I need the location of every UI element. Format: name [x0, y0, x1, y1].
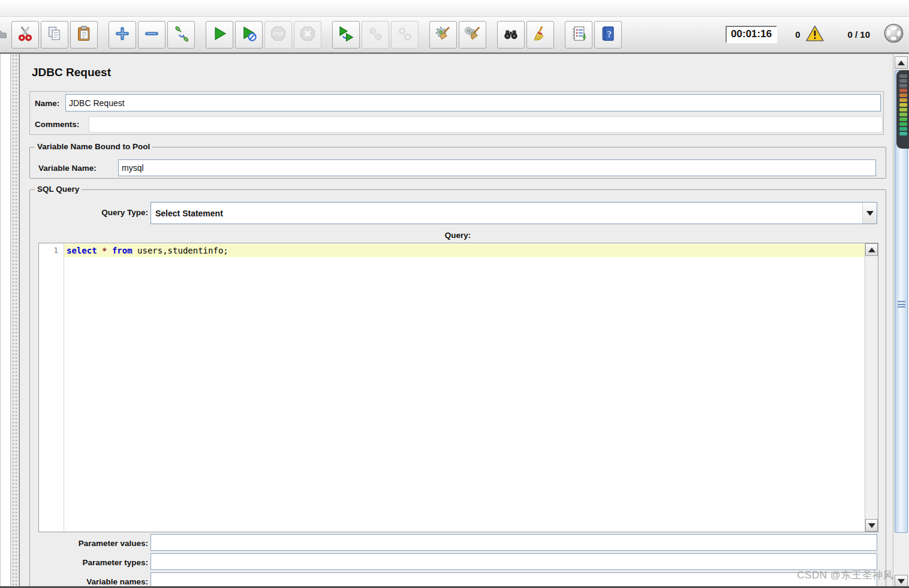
sql-editor[interactable]: 1 select * from users,studentinfo;	[38, 243, 878, 532]
code-line-1[interactable]: select * from users,studentinfo;	[64, 244, 865, 257]
editor-scroll-down-button[interactable]	[865, 519, 878, 532]
triangle-up-icon	[898, 61, 905, 65]
start-button[interactable]	[206, 21, 233, 49]
stop-icon: STOP	[269, 25, 287, 44]
clear-search-icon	[531, 25, 549, 44]
clear-all-button[interactable]	[459, 21, 486, 49]
scrollbar-grip-icon	[898, 301, 905, 307]
editor-vertical-scrollbar[interactable]	[865, 243, 878, 532]
parameter-types-input[interactable]	[151, 553, 877, 570]
variable-names-label: Variable names:	[54, 577, 148, 586]
triangle-up-icon	[868, 248, 875, 252]
add-button[interactable]	[109, 21, 136, 49]
query-type-label: Query Type:	[66, 208, 148, 217]
tree-panel-edge	[0, 54, 11, 588]
sql-query-group: SQL Query Query Type: Select Statement Q…	[29, 189, 886, 588]
toggle-icon	[172, 25, 190, 44]
warning-indicator[interactable]	[805, 25, 824, 45]
jdbc-request-panel: JDBC Request Name: Comments: Variable Na…	[19, 54, 893, 588]
toolbar-status-cluster: 00:01:16 0 0 / 10	[726, 23, 904, 46]
remote-stop-all-button	[362, 21, 389, 49]
function-helper-button[interactable]	[565, 21, 592, 49]
name-label: Name:	[35, 99, 59, 108]
copy-icon	[46, 25, 64, 44]
name-comments-box: Name: Comments:	[29, 91, 884, 135]
remote-shutdown-all-button	[391, 21, 419, 49]
warning-count: 0	[795, 29, 800, 40]
remote-start-all-button[interactable]	[332, 21, 360, 49]
comments-input[interactable]	[89, 116, 883, 132]
toolbar: STOP	[0, 17, 909, 53]
variable-name-label: Variable Name:	[38, 164, 97, 173]
query-type-combo[interactable]: Select Statement	[151, 202, 877, 224]
triangle-down-icon	[898, 579, 905, 584]
elapsed-timer: 00:01:16	[726, 26, 777, 43]
stop-button: STOP	[264, 21, 292, 49]
scroll-minimap-overlay	[896, 70, 909, 149]
svg-text:?: ?	[607, 29, 612, 39]
elapsed-timer-value: 00:01:16	[731, 28, 772, 40]
template-partial-icon[interactable]	[0, 21, 10, 49]
paste-icon	[75, 25, 93, 44]
query-type-value: Select Statement	[151, 209, 862, 218]
clear-icon	[434, 25, 452, 44]
remote-start-all-icon	[337, 25, 355, 44]
watermark: CSDN @东王圣神风	[785, 568, 893, 582]
chevron-down-icon	[866, 211, 874, 216]
svg-text:STOP: STOP	[273, 32, 284, 36]
warning-icon	[805, 25, 824, 45]
line-number: 1	[53, 246, 58, 255]
editor-line-number-gutter: 1	[39, 243, 64, 532]
editor-scroll-up-button[interactable]	[865, 243, 878, 256]
code-line-content: select * from users,studentinfo;	[67, 246, 228, 255]
content-area: JDBC Request Name: Comments: Variable Na…	[0, 53, 909, 588]
connection-icon	[883, 23, 904, 46]
variable-name-input[interactable]	[118, 159, 876, 176]
toggle-button[interactable]	[167, 21, 195, 49]
main-scroll-up-button[interactable]	[895, 56, 908, 69]
search-button[interactable]	[497, 21, 525, 49]
clear-button[interactable]	[429, 21, 457, 49]
page-title: JDBC Request	[32, 66, 111, 79]
sql-query-group-legend: SQL Query	[35, 185, 82, 194]
clear-all-icon	[463, 25, 481, 44]
cut-icon	[16, 25, 34, 44]
menubar	[0, 0, 909, 17]
start-no-pauses-button[interactable]	[235, 21, 263, 49]
query-label: Query:	[30, 231, 886, 240]
comments-label: Comments:	[35, 120, 79, 129]
copy-button[interactable]	[41, 21, 68, 49]
remove-button[interactable]	[138, 21, 165, 49]
parameter-values-input[interactable]	[151, 534, 877, 551]
function-helper-icon	[570, 25, 588, 44]
active-threads-count: 0 / 10	[847, 29, 870, 40]
name-input[interactable]	[65, 94, 881, 111]
parameter-values-label: Parameter values:	[54, 539, 148, 548]
parameter-types-label: Parameter types:	[54, 558, 148, 567]
split-pane-divider[interactable]	[11, 54, 19, 588]
search-icon	[502, 25, 520, 44]
remote-stop-all-icon	[366, 25, 384, 44]
paste-button[interactable]	[70, 21, 98, 49]
connection-indicator	[883, 23, 904, 46]
help-icon: ?	[599, 25, 617, 44]
combo-arrow-button[interactable]	[862, 203, 877, 224]
clear-search-button[interactable]	[526, 21, 554, 49]
remote-shutdown-all-icon	[396, 25, 414, 44]
start-no-pauses-icon	[240, 25, 258, 44]
pool-group: Variable Name Bound to Pool Variable Nam…	[29, 147, 886, 179]
start-icon	[210, 25, 228, 44]
shutdown-icon	[299, 25, 317, 44]
triangle-down-icon	[868, 523, 875, 528]
remove-icon	[143, 25, 161, 44]
add-icon	[113, 25, 131, 44]
main-scroll-down-button[interactable]	[895, 575, 908, 587]
pool-group-legend: Variable Name Bound to Pool	[35, 142, 152, 151]
help-button[interactable]: ?	[594, 21, 622, 49]
shutdown-button	[294, 21, 321, 49]
cut-button[interactable]	[11, 21, 39, 49]
